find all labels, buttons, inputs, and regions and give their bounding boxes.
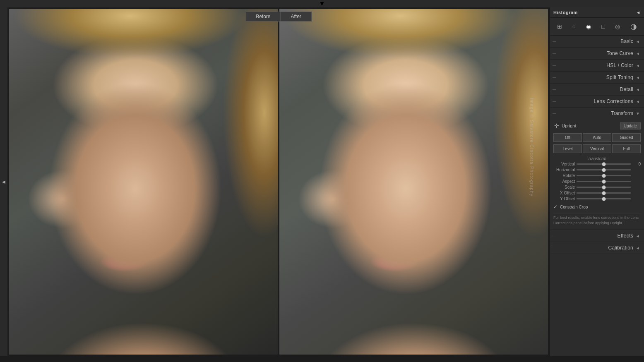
- vertical-slider-thumb[interactable]: [602, 162, 606, 166]
- lens-arrow: ◄: [636, 99, 640, 104]
- left-strip: ◄: [0, 7, 7, 356]
- vertical-button[interactable]: Vertical: [583, 144, 611, 153]
- upright-button-grid-2: Level Vertical Full: [553, 144, 641, 153]
- transform-expand-arrow: ▼: [636, 111, 640, 116]
- calibration-label: Calibration: [558, 245, 633, 251]
- scale-slider-track[interactable]: [577, 187, 631, 188]
- upright-label: Upright: [562, 123, 618, 128]
- effects-arrow: ◄: [636, 234, 640, 238]
- panel-item-effects[interactable]: — Effects ◄: [550, 230, 644, 242]
- detail-label: Detail: [558, 86, 633, 92]
- before-image-panel: [9, 9, 278, 355]
- image-area: Before After Image © Salvatore Cincotta …: [7, 7, 550, 356]
- yoffset-slider-track[interactable]: [577, 198, 631, 199]
- xoffset-slider-thumb[interactable]: [602, 191, 606, 195]
- effects-collapse: —: [553, 234, 556, 238]
- toggle-tool-icon[interactable]: ◑: [629, 21, 639, 32]
- horizontal-slider-track[interactable]: [577, 169, 631, 170]
- panel-item-tone-curve[interactable]: — Tone Curve ◄: [550, 48, 644, 60]
- full-button[interactable]: Full: [612, 144, 641, 153]
- histogram-label: Histogram: [553, 10, 578, 15]
- hsl-label: HSL / Color: [558, 62, 633, 68]
- lens-collapse: —: [553, 99, 556, 103]
- aspect-slider-label: Aspect: [553, 179, 575, 184]
- images-row: Image © Salvatore Cincotta Photography: [7, 7, 550, 356]
- transform-header[interactable]: — Transform ▼: [550, 108, 644, 119]
- calibration-arrow: ◄: [636, 246, 640, 250]
- left-arrow-icon[interactable]: ◄: [1, 179, 7, 185]
- transform-content: ✛ Upright Update Off Auto Guided Level V…: [550, 119, 644, 230]
- rotate-slider-track[interactable]: [577, 175, 631, 176]
- rotate-slider-label: Rotate: [553, 173, 575, 178]
- histogram-arrow: ◄: [636, 10, 641, 15]
- hsl-arrow: ◄: [636, 63, 640, 68]
- after-label: After: [281, 12, 312, 22]
- rotate-slider-row: Rotate: [553, 173, 641, 178]
- upright-button-grid-1: Off Auto Guided: [553, 133, 641, 142]
- yoffset-slider-thumb[interactable]: [602, 197, 606, 201]
- top-bar-triangle: ▼: [319, 0, 325, 7]
- off-button[interactable]: Off: [553, 133, 582, 142]
- basic-collapse: —: [553, 39, 556, 43]
- upright-crosshair-icon[interactable]: ✛: [553, 122, 560, 130]
- xoffset-slider-track[interactable]: [577, 192, 631, 194]
- level-button[interactable]: Level: [553, 144, 582, 153]
- effects-label: Effects: [558, 233, 633, 239]
- square-tool-icon[interactable]: □: [600, 22, 606, 31]
- constrain-checkmark[interactable]: ✓: [553, 204, 557, 210]
- before-label: Before: [245, 12, 280, 22]
- scale-slider-thumb[interactable]: [602, 185, 606, 189]
- tool-icons-row: ⊞ ○ ◉ □ ◎ ◑: [550, 18, 644, 36]
- horizontal-slider-row: Horizontal: [553, 168, 641, 172]
- vertical-slider-row: Vertical 0: [553, 162, 641, 166]
- grid-tool-icon[interactable]: ⊞: [555, 22, 564, 31]
- after-portrait: Image © Salvatore Cincotta Photography: [279, 9, 548, 355]
- tone-curve-label: Tone Curve: [558, 50, 633, 56]
- ring-tool-icon[interactable]: ◎: [613, 22, 622, 31]
- panel-item-basic[interactable]: — Basic ◄: [550, 36, 644, 48]
- tone-curve-arrow: ◄: [636, 51, 640, 56]
- transform-collapse: —: [553, 111, 556, 115]
- split-toning-label: Split Toning: [558, 74, 633, 80]
- transform-section: — Transform ▼ ✛ Upright Update Off Auto …: [550, 108, 644, 230]
- vertical-slider-track[interactable]: [577, 163, 631, 165]
- aspect-slider-thumb[interactable]: [602, 180, 606, 184]
- xoffset-slider-label: X Offset: [553, 191, 575, 195]
- scale-slider-label: Scale: [553, 185, 575, 189]
- upright-row: ✛ Upright Update: [553, 122, 641, 130]
- transform-section-title: Transform: [553, 156, 641, 161]
- panel-item-split-toning[interactable]: — Split Toning ◄: [550, 72, 644, 84]
- yoffset-slider-label: Y Offset: [553, 197, 575, 201]
- guided-button[interactable]: Guided: [612, 133, 641, 142]
- horizontal-slider-thumb[interactable]: [602, 168, 606, 172]
- panel-item-lens-corrections[interactable]: — Lens Corrections ◄: [550, 96, 644, 108]
- scale-slider-row: Scale: [553, 185, 641, 189]
- update-button[interactable]: Update: [620, 122, 641, 129]
- transform-header-label: Transform: [558, 110, 633, 116]
- split-toning-arrow: ◄: [636, 75, 640, 80]
- xoffset-slider-row: X Offset: [553, 191, 641, 195]
- histogram-section: Histogram ◄: [550, 7, 644, 18]
- basic-arrow: ◄: [636, 39, 640, 44]
- yoffset-slider-row: Y Offset: [553, 197, 641, 201]
- lens-corrections-label: Lens Corrections: [558, 98, 633, 104]
- split-toning-collapse: —: [553, 75, 556, 79]
- dot-tool-icon[interactable]: ◉: [584, 22, 593, 31]
- constrain-crop-row: ✓ Constrain Crop: [553, 202, 641, 211]
- basic-label: Basic: [558, 38, 633, 44]
- before-after-labels: Before After: [245, 11, 312, 22]
- histogram-header[interactable]: Histogram ◄: [553, 10, 641, 15]
- panel-item-detail[interactable]: — Detail ◄: [550, 84, 644, 96]
- rotate-slider-thumb[interactable]: [602, 174, 606, 178]
- top-bar: ▼: [0, 0, 644, 7]
- vertical-slider-value: 0: [632, 162, 641, 166]
- transform-info-text: For best results, enable lens correction…: [553, 213, 641, 227]
- panel-item-calibration[interactable]: — Calibration ◄: [550, 242, 644, 254]
- tone-curve-collapse: —: [553, 51, 556, 55]
- panel-item-hsl-color[interactable]: — HSL / Color ◄: [550, 60, 644, 72]
- calibration-collapse: —: [553, 246, 556, 250]
- circle-tool-icon[interactable]: ○: [571, 22, 577, 31]
- auto-button[interactable]: Auto: [583, 133, 611, 142]
- aspect-slider-track[interactable]: [577, 181, 631, 182]
- hsl-collapse: —: [553, 63, 556, 67]
